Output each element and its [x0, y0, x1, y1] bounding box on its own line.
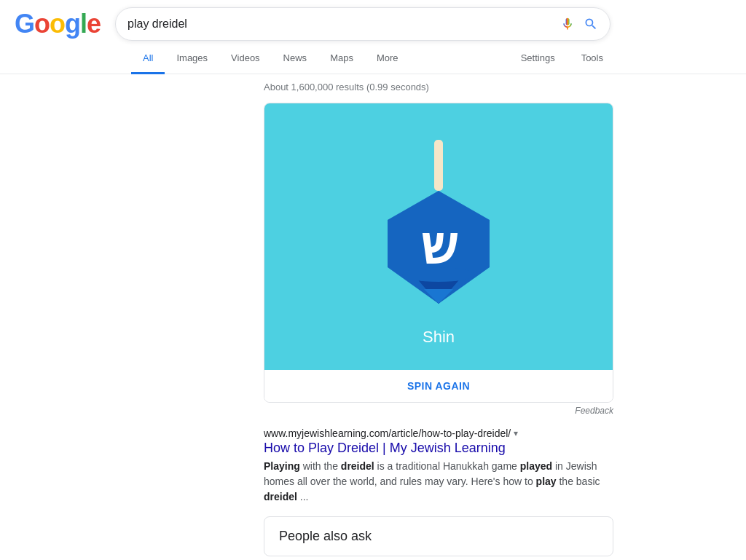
tab-settings[interactable]: Settings: [509, 44, 567, 74]
result-title[interactable]: How to Play Dreidel | My Jewish Learning: [264, 441, 613, 456]
logo-e: e: [87, 9, 101, 39]
spin-again-button[interactable]: SPIN AGAIN: [264, 370, 613, 402]
result-snippet: Playing with the dreidel is a traditiona…: [264, 459, 613, 505]
search-result: www.myjewishlearning.com/article/how-to-…: [264, 427, 613, 505]
result-url-line: www.myjewishlearning.com/article/how-to-…: [264, 427, 613, 439]
search-icons: [560, 17, 598, 31]
snippet-bold-3: played: [520, 460, 552, 472]
tab-videos[interactable]: Videos: [219, 44, 272, 74]
svg-rect-0: [434, 140, 443, 191]
feedback-label: Feedback: [575, 406, 613, 416]
svg-point-6: [402, 267, 475, 282]
tab-maps[interactable]: Maps: [318, 44, 365, 74]
header: Google play dreidel: [0, 0, 746, 41]
people-also-ask: People also ask: [264, 516, 613, 556]
logo-g2: g: [65, 9, 80, 39]
tab-more[interactable]: More: [365, 44, 410, 74]
snippet-bold-4: play: [536, 476, 557, 487]
logo-l: l: [80, 9, 87, 39]
logo-g: G: [15, 9, 34, 39]
dreidel-face-label: Shin: [423, 328, 455, 347]
results-count: About 1,600,000 results (0.99 seconds): [264, 74, 613, 103]
search-icon[interactable]: [584, 17, 598, 31]
result-url: www.myjewishlearning.com/article/how-to-…: [264, 427, 511, 439]
snippet-bold-1: Playing: [264, 460, 300, 472]
logo-o2: o: [50, 9, 65, 39]
search-bar: play dreidel: [115, 7, 610, 41]
dreidel-svg-container: ש Shin: [377, 133, 500, 347]
search-bar-wrapper: play dreidel: [115, 7, 610, 41]
google-logo[interactable]: Google: [15, 9, 101, 39]
google-logo-link[interactable]: Google: [15, 9, 101, 39]
dreidel-widget: ש Shin SPIN AGAIN: [264, 103, 613, 403]
nav-tabs: All Images Videos News Maps More Setting…: [0, 44, 746, 74]
dreidel-image: ש: [377, 133, 500, 322]
tab-tools[interactable]: Tools: [570, 44, 615, 74]
tab-all[interactable]: All: [131, 44, 165, 74]
search-input[interactable]: play dreidel: [127, 17, 560, 31]
dreidel-display: ש Shin: [264, 103, 613, 370]
logo-o1: o: [34, 9, 50, 39]
svg-text:ש: ש: [420, 216, 458, 275]
spin-again-label: SPIN AGAIN: [407, 380, 470, 392]
snippet-bold-2: dreidel: [341, 460, 374, 472]
main-content: About 1,600,000 results (0.99 seconds): [133, 74, 613, 556]
people-also-ask-title: People also ask: [279, 529, 598, 544]
tab-news[interactable]: News: [272, 44, 319, 74]
feedback-link[interactable]: Feedback: [264, 406, 613, 416]
nav-right: Settings Tools: [509, 44, 615, 74]
snippet-bold-5: dreidel: [264, 491, 297, 502]
tab-images[interactable]: Images: [165, 44, 219, 74]
microphone-icon[interactable]: [560, 17, 575, 31]
result-dropdown-icon[interactable]: ▾: [514, 428, 518, 438]
